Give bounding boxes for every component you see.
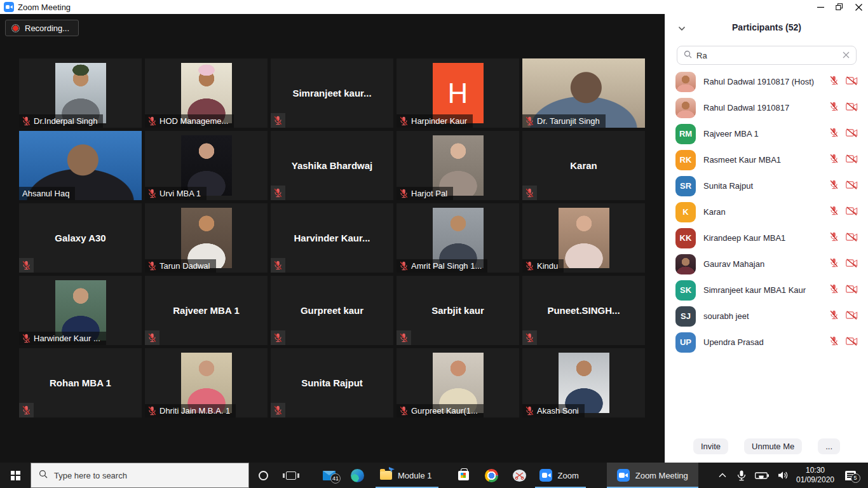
participant-name: Rahul Dadwal 1910817 (Host) (703, 77, 830, 86)
video-tile-yashika-bhardwaj[interactable]: Yashika Bhardwaj (271, 131, 393, 200)
video-tile-dr-tarunjit-singh[interactable]: Dr. Tarunjit Singh (522, 58, 645, 128)
taskbar-search[interactable]: Type here to search (31, 463, 249, 488)
participant-search-box[interactable] (677, 46, 857, 65)
muted-mic-icon (830, 76, 838, 88)
participant-row-rahul-dadwal-1910817[interactable]: Rahul Dadwal 1910817 (665, 95, 868, 121)
tray-battery-button[interactable] (751, 463, 773, 488)
invite-button[interactable]: Invite (693, 438, 728, 454)
tile-participant-name: Rajveer MBA 1 (145, 276, 268, 345)
store-app-button[interactable] (449, 463, 477, 488)
tile-participant-name: Sunita Rajput (271, 348, 393, 417)
chevron-down-icon[interactable] (678, 22, 686, 34)
video-tile-harjot-pal[interactable]: Harjot Pal (397, 131, 519, 200)
chrome-app-button[interactable] (477, 463, 505, 488)
tile-name-label: Ahsanul Haq (19, 187, 75, 200)
clear-search-icon[interactable] (843, 50, 850, 61)
task-view-button[interactable] (277, 463, 305, 488)
close-button[interactable] (849, 0, 868, 14)
tile-name-label: Amrit Pal Singh 1... (397, 259, 487, 273)
participant-name: Karan (703, 207, 830, 217)
participant-row-kirandeep-kaur-mba1[interactable]: KKKirandeep Kaur MBA1 (665, 225, 868, 251)
search-icon (39, 470, 48, 481)
minimize-button[interactable] (811, 0, 830, 14)
tray-volume-button[interactable] (773, 463, 793, 488)
edge-app-button[interactable] (343, 463, 371, 488)
video-tile-gurpreet-kaur-1[interactable]: Gurpreet Kaur(1... (397, 348, 519, 417)
restore-button[interactable] (830, 0, 849, 14)
tile-participant-name: Harpinder Kaur (411, 116, 467, 126)
muted-mic-icon (400, 189, 408, 198)
video-tile-karan[interactable]: Karan (522, 131, 645, 200)
video-tile-urvi-mba-1[interactable]: Urvi MBA 1 (145, 131, 268, 200)
video-tile-dr-inderpal-singh[interactable]: Dr.Inderpal Singh (19, 58, 142, 128)
video-tile-harwinder-kaur[interactable]: Harwinder Kaur ... (19, 276, 142, 345)
tray-microphone-button[interactable] (732, 463, 751, 488)
recording-indicator[interactable]: Recording... (5, 20, 79, 36)
participant-row-sunita-rajput[interactable]: SRSunita Rajput (665, 173, 868, 199)
folder-icon (380, 471, 392, 480)
participant-initials-avatar: KK (675, 228, 696, 248)
participant-row-gaurav-mahajan[interactable]: Gaurav Mahajan (665, 251, 868, 277)
video-off-icon (846, 259, 858, 270)
action-center-button[interactable]: 5 (837, 463, 863, 488)
participant-name: Upendra Prasad (703, 337, 830, 347)
video-tile-amrit-pal-singh-1[interactable]: Amrit Pal Singh 1... (397, 203, 519, 273)
participant-initials-avatar: SJ (675, 306, 696, 327)
tile-participant-name: Harjot Pal (411, 189, 447, 198)
participants-title: Participants (52) (732, 22, 801, 32)
participant-row-sourabh-jeet[interactable]: SJsourabh jeet (665, 303, 868, 329)
participant-row-upendra-prasad[interactable]: UPUpendra Prasad (665, 329, 868, 355)
tile-participant-name: Karan (522, 131, 645, 200)
video-tile-akash-soni[interactable]: Akash Soni (522, 348, 645, 417)
participant-row-karan[interactable]: KKaran (665, 199, 868, 225)
zoom-app-button[interactable]: Zoom (533, 463, 587, 488)
muted-mic-icon (148, 406, 156, 416)
start-button[interactable] (0, 463, 31, 488)
search-input[interactable] (696, 51, 838, 60)
video-tile-hod-manageme[interactable]: HOD Manageme... (145, 58, 268, 128)
participant-photo-avatar (675, 98, 696, 118)
muted-mic-icon (830, 284, 838, 296)
unmute-me-button[interactable]: Unmute Me (744, 438, 802, 454)
video-tile-galaxy-a30[interactable]: Galaxy A30 (19, 203, 142, 273)
taskbar-clock[interactable]: 10:30 01/09/2020 (793, 466, 837, 485)
video-tile-rajveer-mba-1[interactable]: Rajveer MBA 1 (145, 276, 268, 345)
participant-row-rajveer-mba-1[interactable]: RMRajveer MBA 1 (665, 121, 868, 147)
video-tile-puneet-singh[interactable]: Puneet.SINGH... (522, 276, 645, 345)
video-tile-sunita-rajput[interactable]: Sunita Rajput (271, 348, 393, 417)
more-options-button[interactable]: ... (818, 438, 840, 454)
video-tile-harpinder-kaur[interactable]: HHarpinder Kaur (397, 58, 519, 128)
video-tile-ahsanul-haq[interactable]: Ahsanul Haq (19, 131, 142, 200)
video-tile-rohan-mba-1[interactable]: Rohan MBA 1 (19, 348, 142, 417)
zoom-app-icon (539, 469, 552, 482)
tile-name-label: Tarun Dadwal (145, 259, 216, 273)
tray-chevron-up-button[interactable] (713, 463, 732, 488)
file-explorer-module1-button[interactable]: Module 1 (374, 463, 440, 488)
video-off-icon (846, 337, 858, 348)
participant-row-rasmeet-kaur-mba1[interactable]: RKRasmeet Kaur MBA1 (665, 147, 868, 173)
cortana-button[interactable] (249, 463, 277, 488)
participant-row-rahul-dadwal-1910817-host[interactable]: Rahul Dadwal 1910817 (Host) (665, 69, 868, 95)
video-tile-sarbjit-kaur[interactable]: Sarbjit kaur (397, 276, 519, 345)
task-view-icon (286, 471, 296, 480)
panel-footer: Invite Unmute Me ... (665, 438, 868, 454)
video-tile-simranjeet-kaur[interactable]: Simranjeet kaur... (271, 58, 393, 128)
video-tile-tarun-dadwal[interactable]: Tarun Dadwal (145, 203, 268, 273)
participant-status-icons (830, 180, 858, 192)
video-tile-harvinder-kaur[interactable]: Harvinder Kaur... (271, 203, 393, 273)
video-tile-dhriti-jain-m-b-a-1[interactable]: Dhriti Jain M.B.A. 1 (145, 348, 268, 417)
participant-photo-avatar (675, 254, 696, 274)
participant-row-simranjeet-kaur-mba1-kaur[interactable]: SKSimranjeet kaur MBA1 Kaur (665, 277, 868, 303)
participant-status-icons (830, 284, 858, 296)
muted-mic-icon (148, 261, 156, 271)
participant-initials-avatar: UP (675, 332, 696, 353)
participant-initials-avatar: RM (675, 124, 696, 144)
muted-mic-icon (271, 330, 285, 345)
muted-mic-icon (830, 128, 838, 140)
video-tile-gurpreet-kaur[interactable]: Gurpreet kaur (271, 276, 393, 345)
mail-app-button[interactable]: 41 (315, 463, 343, 488)
video-tile-kindu[interactable]: Kindu (522, 203, 645, 273)
muted-mic-icon (271, 186, 285, 200)
snipping-tool-button[interactable] (505, 463, 533, 488)
zoom-meeting-window-button[interactable]: Zoom Meeting (607, 463, 698, 488)
